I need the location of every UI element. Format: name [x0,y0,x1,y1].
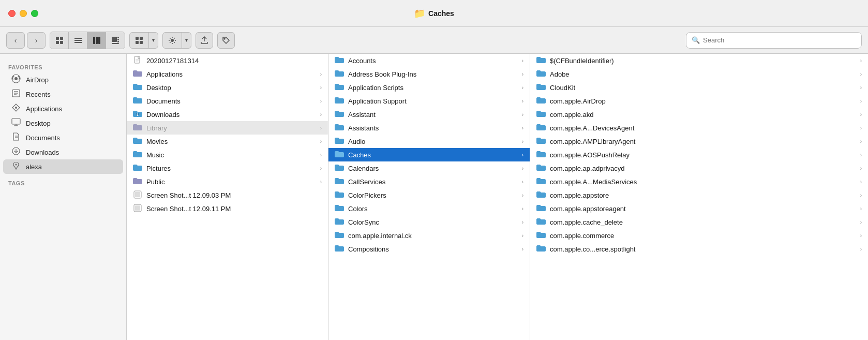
arrow-icon: › [860,71,862,77]
svg-rect-7 [93,37,95,44]
list-icon [74,36,82,45]
search-input[interactable] [703,36,856,44]
list-item[interactable]: Music › [127,148,328,161]
list-item[interactable]: Documents › [127,94,328,108]
item-label: Desktop [146,84,316,92]
close-button[interactable] [8,10,16,17]
list-item[interactable]: Audio › [328,135,530,148]
list-item[interactable]: Colors › [328,202,530,215]
sidebar-item-desktop[interactable]: Desktop [3,116,123,130]
list-item[interactable]: com.apple.AOSPushRelay › [530,148,868,161]
list-item[interactable]: Compositions › [328,242,530,256]
share-button[interactable] [196,32,213,49]
list-item[interactable]: Public › [127,175,328,188]
sidebar-item-applications[interactable]: Applications [3,101,123,116]
item-label: Music [146,151,316,159]
action-button[interactable]: ▾ [162,32,191,49]
list-item[interactable]: com.apple.A...MediaServices › [530,175,868,188]
list-item[interactable]: com.apple.A...DevicesAgent › [530,121,868,135]
list-item[interactable]: ColorPickers › [328,188,530,202]
file-icon [133,56,142,66]
folder-icon [536,191,546,200]
svg-rect-11 [117,37,119,38]
view-icon-button[interactable] [50,32,69,49]
list-item[interactable]: com.apple.akd › [530,108,868,121]
arrow-icon: › [860,179,862,185]
column-browser: 20200127181314 Applications › Desktop [127,54,868,340]
back-icon: ‹ [14,36,17,45]
list-item[interactable]: com.apple.internal.ck › [328,229,530,242]
list-item[interactable]: Accounts › [328,54,530,67]
list-item[interactable]: Application Scripts › [328,81,530,94]
list-item[interactable]: Applications › [127,67,328,81]
list-item[interactable]: Screen Shot...t 12.09.11 PM [127,202,328,215]
item-label: 20200127181314 [146,57,322,65]
list-item[interactable]: com.apple.commerce › [530,229,868,242]
list-item[interactable]: Downloads › [127,108,328,121]
sidebar-item-downloads[interactable]: Downloads [3,145,123,159]
sidebar-item-documents[interactable]: Documents [3,130,123,145]
arrow-icon: › [320,71,322,77]
sidebar-item-airdrop[interactable]: AirDrop [3,72,123,87]
list-item[interactable]: Desktop › [127,81,328,94]
sidebar-applications-label: Applications [26,105,62,113]
arrow-icon: › [860,125,862,131]
item-label: Caches [348,151,518,159]
list-item[interactable]: com.apple.cache_delete › [530,215,868,229]
list-item[interactable]: Library › [127,121,328,135]
file-icon [133,204,142,214]
view-gallery-button[interactable] [106,32,125,49]
forward-button[interactable]: › [27,32,46,49]
svg-rect-15 [136,37,139,40]
list-item[interactable]: 20200127181314 [127,54,328,67]
list-item[interactable]: com.apple.co...erce.spotlight › [530,242,868,256]
list-item[interactable]: Calendars › [328,161,530,175]
arrow-icon: › [860,166,862,171]
folder-icon [536,151,546,159]
sidebar-recents-label: Recents [26,91,51,98]
action-arrow: ▾ [182,33,191,48]
list-item-selected[interactable]: Caches › [328,148,530,161]
list-item[interactable]: com.apple.AirDrop › [530,94,868,108]
folder-icon [133,83,142,92]
main-content: Favorites AirDrop R [0,54,868,340]
folder-icon [335,97,344,106]
list-item[interactable]: Address Book Plug-Ins › [328,67,530,81]
list-item[interactable]: Pictures › [127,161,328,175]
list-item[interactable]: com.apple.ap.adprivacyd › [530,161,868,175]
arrow-icon: › [522,112,523,117]
list-item[interactable]: Assistant › [328,108,530,121]
list-item[interactable]: com.apple.appstore › [530,188,868,202]
alexa-icon [11,161,21,172]
window-title-text: Caches [428,9,454,18]
view-column-button[interactable] [87,32,106,49]
sidebar-item-recents[interactable]: Recents [3,87,123,101]
sidebar-item-alexa[interactable]: alexa [3,159,123,174]
list-item[interactable]: ColorSync › [328,215,530,229]
arrow-icon: › [522,139,523,144]
list-item[interactable]: com.apple.appstoreagent › [530,202,868,215]
list-item[interactable]: CloudKit › [530,81,868,94]
item-label: Audio [348,138,518,145]
list-item[interactable]: Screen Shot...t 12.09.03 PM [127,188,328,202]
item-label: Address Book Plug-Ins [348,70,518,78]
search-box[interactable]: 🔍 [686,32,862,49]
svg-point-19 [171,39,174,42]
arrow-icon: › [522,125,523,131]
list-item[interactable]: com.apple.AMPLibraryAgent › [530,135,868,148]
list-item[interactable]: $(CFBundleIdentifier) › [530,54,868,67]
list-item[interactable]: Adobe › [530,67,868,81]
maximize-button[interactable] [31,10,38,17]
group-button[interactable]: ▾ [129,32,158,49]
list-item[interactable]: Movies › [127,135,328,148]
view-list-button[interactable] [69,32,87,49]
minimize-button[interactable] [20,10,27,17]
list-item[interactable]: CallServices › [328,175,530,188]
list-item[interactable]: Assistants › [328,121,530,135]
back-button[interactable]: ‹ [6,32,25,49]
list-item[interactable]: Application Support › [328,94,530,108]
group-icon [135,36,143,45]
tag-button[interactable] [217,32,235,49]
nav-group: ‹ › [6,32,46,49]
arrow-icon: › [522,179,523,185]
